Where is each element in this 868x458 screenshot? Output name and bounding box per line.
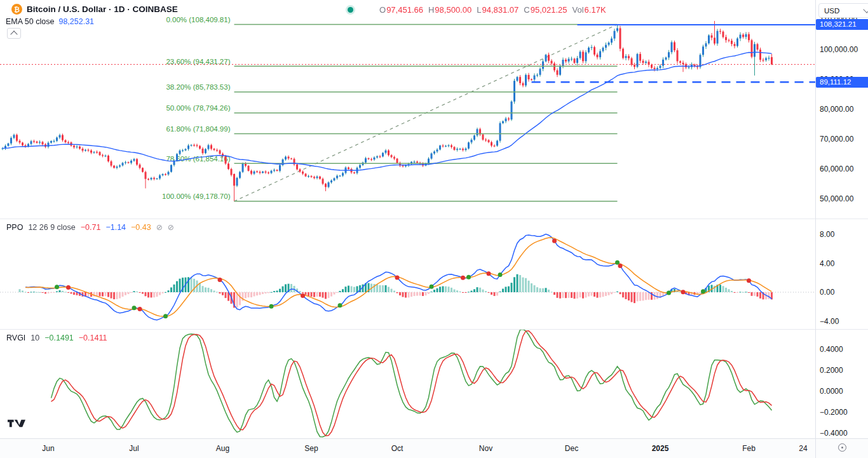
price-axis-label: 60,000.00 xyxy=(820,165,853,173)
ppo-axis-label: 0.00 xyxy=(820,288,834,297)
time-axis-label: Feb xyxy=(730,444,768,453)
rvgi-params: 10 xyxy=(31,333,39,342)
price-axis-label: 70,000.00 xyxy=(820,135,853,144)
rvgi-pane[interactable] xyxy=(0,330,815,438)
time-axis-label: Oct xyxy=(378,444,416,453)
ppo-axis-label: −4.00 xyxy=(820,317,839,326)
ppo-params: 12 26 9 close xyxy=(28,223,75,232)
main-price-pane[interactable] xyxy=(0,0,815,219)
rvgi-title: RVGI xyxy=(6,333,25,342)
ppo-axis-label: 4.00 xyxy=(820,259,834,268)
chevron-up-icon xyxy=(10,30,17,37)
rvgi-value: −0.1491 xyxy=(44,333,74,342)
price-axis-label: 100,000.00 xyxy=(820,45,858,54)
high-label: H xyxy=(428,5,434,15)
currency-label: USD xyxy=(824,7,839,15)
rvgi-axis-label: 0.2000 xyxy=(820,366,843,375)
market-status-dot[interactable] xyxy=(348,7,353,13)
ppo-title: PPO xyxy=(6,223,23,232)
ppo-line-value: −1.14 xyxy=(105,223,126,232)
timezone-clock-icon[interactable] xyxy=(838,443,846,452)
time-axis-label: Jul xyxy=(115,444,153,453)
pane-separator[interactable] xyxy=(0,219,868,219)
time-axis-label: Sep xyxy=(292,444,330,453)
price-axis-label: 50,000.00 xyxy=(820,194,853,203)
chevron-down-icon xyxy=(863,6,868,13)
tradingview-logo[interactable] xyxy=(8,418,25,428)
tradingview-chart: ₿ Bitcoin / U.S. Dollar · 1D · COINBASE … xyxy=(0,0,868,458)
time-axis-label: Dec xyxy=(553,444,591,453)
price-label-badge: 89,111.12 xyxy=(816,77,868,88)
rvgi-axis-label: −0.4000 xyxy=(820,429,848,438)
time-scale[interactable]: JunJulAugSepOctNovDec2025Feb24 xyxy=(0,438,868,458)
bitcoin-icon: ₿ xyxy=(11,4,22,15)
ppo-axis-label: 8.00 xyxy=(820,230,834,239)
time-axis-label: 24 xyxy=(784,444,822,453)
ema-label: EMA 50 close xyxy=(6,17,54,26)
close-label: C xyxy=(524,5,529,15)
open-label: O xyxy=(379,5,386,15)
close-value: 95,021.25 xyxy=(531,5,567,15)
ema-value: 98,252.31 xyxy=(58,17,94,26)
rvgi-axis-label: 0.4000 xyxy=(820,345,843,354)
volume-value: 6.17K xyxy=(585,5,606,15)
rvgi-legend[interactable]: RVGI 10 −0.1491 −0.1411 xyxy=(6,333,107,342)
rvgi-signal-value: −0.1411 xyxy=(79,333,107,342)
rvgi-axis-label: 0.0000 xyxy=(820,387,843,396)
price-axis-border xyxy=(815,0,816,458)
collapse-pane-button[interactable] xyxy=(7,28,21,39)
ppo-pane[interactable] xyxy=(0,219,815,329)
low-label: L xyxy=(477,5,481,15)
disabled-circle-icon: ⊘ xyxy=(156,223,163,232)
disabled-circle-icon: ⊘ xyxy=(168,223,174,232)
open-value: 97,451.66 xyxy=(386,5,423,15)
symbol-header[interactable]: ₿ Bitcoin / U.S. Dollar · 1D · COINBASE xyxy=(11,4,178,15)
price-axis-label: 80,000.00 xyxy=(820,105,853,114)
time-axis-label: Nov xyxy=(467,444,505,453)
low-value: 94,831.07 xyxy=(482,5,519,15)
ohlc-values: O97,451.66 H98,500.00 L94,831.07 C95,021… xyxy=(379,5,606,15)
ppo-legend[interactable]: PPO 12 26 9 close −0.71 −1.14 −0.43 ⊘ ⊘ xyxy=(6,223,174,232)
ppo-signal-value: −0.43 xyxy=(131,223,151,232)
symbol-title[interactable]: Bitcoin / U.S. Dollar · 1D · COINBASE xyxy=(27,4,178,14)
currency-toggle-usd[interactable]: USD xyxy=(818,3,868,18)
time-axis-label: Jun xyxy=(29,444,67,453)
rvgi-axis-label: −0.2000 xyxy=(820,408,848,417)
pane-separator[interactable] xyxy=(0,329,868,330)
ema-legend[interactable]: EMA 50 close 98,252.31 xyxy=(6,17,94,26)
time-axis-label: 2025 xyxy=(641,444,679,453)
time-axis-label: Aug xyxy=(204,444,242,453)
volume-label: Vol xyxy=(573,5,584,15)
ppo-histogram-value: −0.71 xyxy=(81,223,101,232)
high-value: 98,500.00 xyxy=(435,5,471,15)
price-label-badge: 108,321.21 xyxy=(816,19,868,30)
